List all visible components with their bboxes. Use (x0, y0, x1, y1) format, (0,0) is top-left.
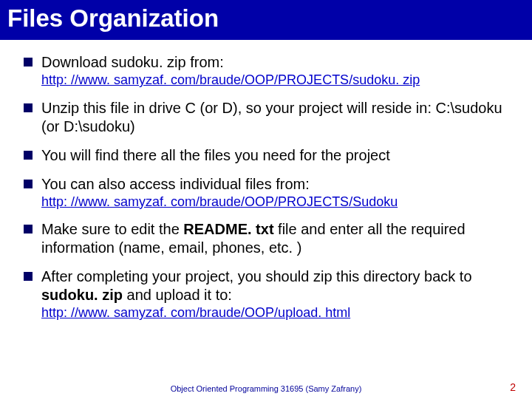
title-bar: Files Organization (0, 0, 532, 40)
slide-title: Files Organization (7, 4, 525, 33)
readme-filename: README. txt (183, 221, 273, 237)
bullet-text-post: and upload it to: (123, 287, 232, 303)
bullet-text-pre: After completing your project, you shoul… (41, 268, 472, 284)
individual-files-link[interactable]: http: //www. samyzaf. com/braude/OOP/PRO… (41, 194, 398, 209)
bullet-text: You will find there all the files you ne… (41, 147, 390, 163)
bullet-text: Unzip this file in drive C (or D), so yo… (41, 100, 502, 134)
bullet-list: Download sudoku. zip from: http: //www. … (24, 53, 508, 321)
bullet-item: Make sure to edit the README. txt file a… (24, 220, 508, 257)
upload-link[interactable]: http: //www. samyzaf. com/braude/OOP/upl… (41, 305, 350, 320)
bullet-text: You can also access individual files fro… (41, 176, 310, 192)
bullet-text-pre: Make sure to edit the (41, 221, 183, 237)
slide: Files Organization Download sudoku. zip … (0, 0, 532, 399)
content-area: Download sudoku. zip from: http: //www. … (0, 40, 532, 321)
page-number: 2 (510, 381, 516, 393)
bullet-item: You can also access individual files fro… (24, 175, 508, 211)
bullet-text: Download sudoku. zip from: (41, 54, 224, 70)
bullet-item: Download sudoku. zip from: http: //www. … (24, 53, 508, 89)
footer-course: Object Oriented Programming 31695 (Samy … (0, 384, 532, 393)
bullet-item: You will find there all the files you ne… (24, 146, 508, 165)
download-link[interactable]: http: //www. samyzaf. com/braude/OOP/PRO… (41, 72, 420, 87)
bullet-item: After completing your project, you shoul… (24, 267, 508, 321)
zip-filename: sudoku. zip (41, 287, 123, 303)
bullet-item: Unzip this file in drive C (or D), so yo… (24, 99, 508, 136)
footer: Object Oriented Programming 31695 (Samy … (0, 384, 532, 393)
